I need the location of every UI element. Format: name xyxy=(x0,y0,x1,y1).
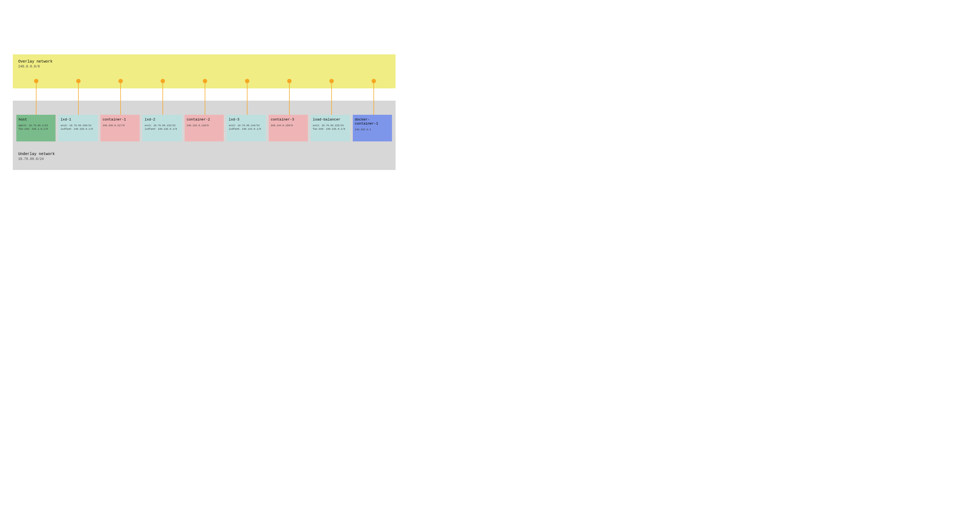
connector-dot xyxy=(287,79,291,83)
node-container-1: container-1240.228.0.217/8 xyxy=(100,115,140,141)
node-container-3: container-3240.144.0.159/8 xyxy=(269,115,308,141)
overlay-network-subtitle: 240.0.0.0/8 xyxy=(18,65,390,68)
connector-line xyxy=(78,81,79,115)
node-detail: 240.132.0.110/8 xyxy=(187,124,221,127)
node-name: docker-container-1 xyxy=(355,117,390,125)
node-name: container-2 xyxy=(187,117,221,122)
node-lxd-2: lxd-2ens3: 10.79.89.132/24lxdfan0: 240.1… xyxy=(142,115,181,141)
node-name: load-balancer xyxy=(313,117,348,122)
underlay-network-title: Underlay network xyxy=(18,152,390,156)
connector-line xyxy=(331,81,332,115)
connector-dot xyxy=(245,79,249,83)
connector-dot xyxy=(76,79,81,83)
connector-line xyxy=(205,81,205,115)
node-lxd-1: lxd-1ens3: 10.79.89.228/24lxdfan0: 240.2… xyxy=(58,115,97,141)
connector-line xyxy=(36,81,37,115)
connector-dot xyxy=(118,79,123,83)
connector-dot xyxy=(372,79,376,83)
node-host: hostmpbr0: 10.79.89.1/24fan-240: 240.1.0… xyxy=(16,115,56,141)
node-detail: fan-240: 240.1.0.1/8 xyxy=(19,128,53,130)
connector-line xyxy=(247,81,247,115)
connector-dot xyxy=(161,79,165,83)
node-name: lxd-3 xyxy=(229,117,264,122)
node-lxd-3: lxd-3ens3: 10.79.89.144/24lxdfan0: 240.1… xyxy=(226,115,266,141)
node-detail: lxdfan0: 240.228.0.1/8 xyxy=(60,128,95,130)
connector-dot xyxy=(34,79,38,83)
overlay-network-band: Overlay network 240.0.0.0/8 xyxy=(13,54,396,88)
node-name: lxd-1 xyxy=(60,117,95,122)
underlay-network-subtitle: 10.79.89.0/24 xyxy=(18,157,390,161)
node-detail: lxdfan0: 240.132.0.1/8 xyxy=(145,128,180,130)
connector-line xyxy=(120,81,121,115)
node-detail: fan-240: 240.225.0.1/8 xyxy=(313,128,348,130)
node-detail: lxdfan0: 240.144.0.1/8 xyxy=(229,128,264,130)
node-name: container-3 xyxy=(271,117,306,122)
nodes-row: hostmpbr0: 10.79.89.1/24fan-240: 240.1.0… xyxy=(16,115,392,141)
node-detail: mpbr0: 10.79.89.1/24 xyxy=(19,124,53,127)
connector-line xyxy=(162,81,163,115)
connector-dot xyxy=(203,79,207,83)
node-name: host xyxy=(19,117,53,122)
overlay-network-title: Overlay network xyxy=(18,59,390,63)
node-detail: ens3: 10.79.89.228/24 xyxy=(60,124,95,127)
node-container-2: container-2240.132.0.110/8 xyxy=(185,115,224,141)
node-detail: ens3: 10.79.89.225/24 xyxy=(313,124,348,127)
connector-dot xyxy=(329,79,334,83)
connector-line xyxy=(374,81,374,115)
node-load-balancer: load-balancerens3: 10.79.89.225/24fan-24… xyxy=(310,115,350,141)
node-detail: 240.144.0.159/8 xyxy=(271,124,306,127)
node-docker-container-1: docker-container-1240.255.0.2 xyxy=(353,115,392,141)
node-name: lxd-2 xyxy=(145,117,180,122)
node-detail: ens3: 10.79.89.132/24 xyxy=(145,124,180,127)
node-detail: 240.255.0.2 xyxy=(355,128,390,131)
node-detail: 240.228.0.217/8 xyxy=(103,124,137,127)
node-detail: ens3: 10.79.89.144/24 xyxy=(229,124,264,127)
node-name: container-1 xyxy=(103,117,137,122)
connector-line xyxy=(289,81,290,115)
